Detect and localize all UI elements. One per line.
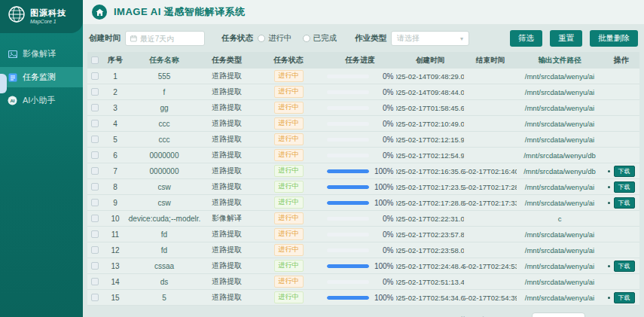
status-badge: 进行中: [274, 102, 304, 114]
progress-text: 100%: [373, 294, 394, 302]
pagination: 共 15 条 < 1 > 100条/页 ▾: [87, 312, 639, 317]
task-name: ccc: [128, 116, 200, 131]
date-range-input[interactable]: [125, 31, 205, 46]
progress-bar: [327, 264, 369, 268]
status-badge: 进行中: [274, 86, 304, 98]
row-index: 4: [102, 116, 128, 131]
date-range-field[interactable]: [140, 35, 200, 43]
download-button[interactable]: 下载: [614, 292, 635, 303]
radio-in-progress[interactable]: 进行中: [258, 33, 292, 44]
task-name: 0000000: [128, 148, 200, 163]
sidebar-item-image-interpretation[interactable]: 影像解译: [0, 44, 83, 64]
table-row: 7 0000000 道路提取 进行中 100% 2025-02-17T02:16…: [87, 163, 639, 179]
output-path: /mnt/srcdata/wenyu/ai: [517, 195, 603, 210]
output-path: /mnt/srcdata/wenyu/ai: [517, 69, 603, 84]
radio-completed[interactable]: 已完成: [303, 33, 337, 44]
sidebar-collapse-handle[interactable]: [0, 74, 7, 93]
end-time: 2025-02-17T02:17:28.5...: [464, 179, 517, 194]
end-time: [464, 148, 517, 163]
row-checkbox[interactable]: [91, 104, 99, 111]
task-name: fd: [128, 242, 200, 258]
job-type-label: 作业类型: [355, 33, 386, 44]
table-row: 14 ds 道路提取 进行中 0% 2025-02-17T02:51:13.4.…: [87, 274, 639, 290]
task-type: 道路提取: [200, 290, 253, 305]
output-path: /mnt/srcdata/wenyu/db: [517, 163, 603, 178]
row-checkbox[interactable]: [91, 215, 99, 222]
filter-button[interactable]: 筛选: [510, 30, 542, 47]
progress-bar: [327, 185, 369, 189]
status-badge: 进行中: [274, 260, 304, 272]
table-row: 6 0000000 道路提取 进行中 0% 2025-02-17T02:12:5…: [87, 148, 639, 163]
batch-delete-button[interactable]: 批量删除: [590, 30, 638, 47]
progress-text: 100%: [373, 167, 394, 175]
job-type-select[interactable]: 请选择 ▾: [391, 31, 469, 46]
row-actions: [603, 116, 639, 131]
progress-text: 0%: [373, 151, 394, 160]
sidebar: 图源科技 MapCore 1 影像解译 任务监测 AI AI小助手: [0, 0, 83, 317]
row-checkbox[interactable]: [91, 230, 99, 238]
row-checkbox[interactable]: [91, 167, 99, 175]
end-time: [464, 242, 517, 258]
home-icon: [96, 8, 104, 17]
task-table-body: 1 555 道路提取 进行中 0% 2025-02-14T09:48:29.0.…: [87, 69, 639, 306]
row-checkbox[interactable]: [91, 294, 99, 301]
table-row: 11 fd 道路提取 进行中 0% 2025-02-17T02:23:57.8.…: [87, 227, 639, 242]
app-logo: 图源科技 MapCore 1: [0, 0, 83, 33]
row-checkbox[interactable]: [91, 136, 99, 143]
download-button[interactable]: 下载: [614, 181, 635, 193]
progress-text: 0%: [373, 230, 394, 239]
row-actions: [603, 211, 639, 226]
end-time: [464, 116, 517, 131]
row-checkbox[interactable]: [91, 246, 99, 254]
task-name: gg: [128, 100, 200, 115]
table-row: 3 gg 道路提取 进行中 0% 2025-02-17T01:58:45.6..…: [87, 100, 639, 116]
progress-bar: [327, 138, 369, 142]
row-checkbox[interactable]: [91, 120, 99, 127]
download-button[interactable]: 下载: [614, 261, 635, 272]
select-all-checkbox[interactable]: [91, 56, 99, 64]
row-index: 13: [102, 258, 128, 273]
table-row: 13 cssaa 道路提取 进行中 100% 2025-02-17T02:24:…: [87, 258, 639, 274]
row-checkbox[interactable]: [91, 72, 99, 80]
progress-bar: [327, 154, 369, 157]
end-time: [464, 100, 517, 115]
row-checkbox[interactable]: [91, 151, 99, 159]
sidebar-item-task-monitor[interactable]: 任务监测: [0, 67, 83, 87]
sidebar-item-ai-assistant[interactable]: AI AI小助手: [0, 90, 83, 111]
reset-button[interactable]: 重置: [550, 30, 582, 47]
ai-assistant-icon: AI: [8, 96, 17, 105]
row-index: 7: [102, 163, 128, 178]
logo-subtitle: MapCore 1: [30, 19, 66, 24]
radio-label: 进行中: [268, 33, 292, 44]
download-button[interactable]: 下载: [614, 197, 635, 209]
created-time: 2025-02-17T02:24:48.4...: [396, 258, 464, 273]
row-checkbox[interactable]: [91, 183, 99, 191]
row-index: 15: [102, 290, 128, 305]
output-path: /mnt/srcdata/wenyu/ai: [517, 290, 603, 305]
output-path: /mnt/srcdata/wenyu/ai: [517, 100, 603, 115]
table-row: 12 fd 道路提取 进行中 0% 2025-02-17T02:23:58.0.…: [87, 242, 639, 258]
task-type: 道路提取: [200, 258, 253, 273]
row-checkbox[interactable]: [91, 262, 99, 270]
row-index: 2: [102, 84, 128, 99]
end-time: [464, 227, 517, 242]
row-index: 9: [102, 195, 128, 210]
sidebar-item-label: 影像解译: [23, 48, 56, 59]
created-time: 2025-02-17T02:10:49.0...: [396, 116, 464, 131]
column-header: 任务进度: [324, 52, 396, 69]
task-name: cssaa: [128, 258, 200, 273]
row-checkbox[interactable]: [91, 278, 99, 285]
sidebar-item-label: AI小助手: [23, 95, 55, 106]
home-button[interactable]: [92, 5, 107, 20]
status-badge: 进行中: [274, 291, 304, 303]
main-area: IMAGE AI 遥感智能解译系统 创建时间 任务状态 进行中 已完成 作业: [83, 0, 644, 317]
row-checkbox[interactable]: [91, 88, 99, 96]
end-time: [464, 274, 517, 289]
page-size-select[interactable]: 100条/页 ▾: [532, 312, 585, 317]
chevron-down-icon: ▾: [460, 35, 463, 42]
download-button[interactable]: 下载: [614, 166, 635, 177]
row-checkbox[interactable]: [91, 199, 99, 206]
radio-label: 已完成: [313, 33, 337, 44]
task-name: 555: [128, 69, 200, 84]
task-name: csw: [128, 195, 200, 210]
